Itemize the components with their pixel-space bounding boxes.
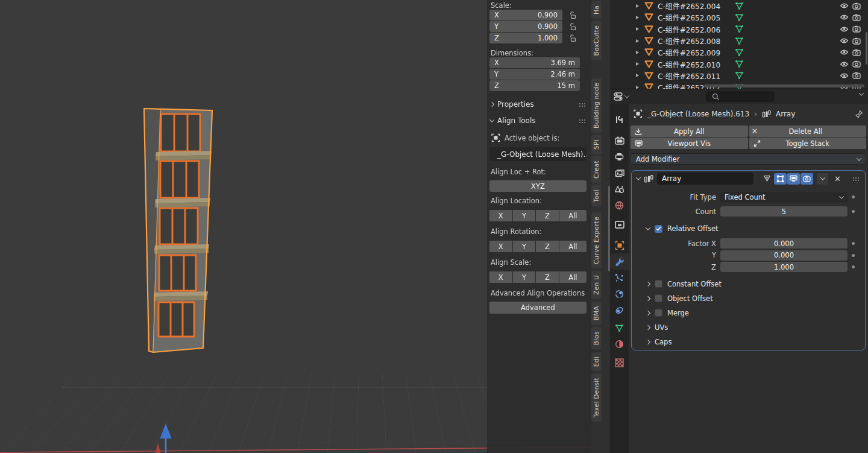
edit-mode-toggle-icon[interactable]: [774, 173, 787, 185]
world-tab-icon[interactable]: [610, 197, 629, 214]
align-axis-button[interactable]: Z: [536, 210, 559, 221]
collection-tab-icon[interactable]: [610, 217, 629, 233]
eye-icon[interactable]: [840, 2, 849, 9]
outliner-row[interactable]: C-组件#2652.011: [610, 70, 868, 81]
sidebar-tab[interactable]: Blos: [591, 327, 602, 349]
render-tab-icon[interactable]: [610, 132, 629, 148]
dimension-value-field[interactable]: Z 15 m: [489, 80, 580, 91]
grip-icon[interactable]: [579, 119, 587, 123]
breadcrumb-object-name[interactable]: _G-Object (Loose Mesh).613: [647, 110, 749, 118]
align-axis-button[interactable]: All: [559, 241, 587, 252]
scale-value-field[interactable]: Y 0.900: [489, 21, 562, 32]
align-axis-button[interactable]: Y: [513, 271, 536, 283]
material-tab-icon[interactable]: [610, 336, 629, 352]
eye-icon[interactable]: [840, 26, 849, 33]
collapsed-subpanel[interactable]: UVs: [632, 323, 865, 332]
editor-type-button[interactable]: [610, 89, 632, 104]
texture-tab-icon[interactable]: [610, 355, 629, 371]
array-modifier-header[interactable]: Array: [632, 171, 865, 186]
camera-icon[interactable]: [852, 49, 861, 56]
lock-open-icon[interactable]: [562, 11, 583, 19]
relative-offset-checkbox[interactable]: [655, 225, 662, 233]
eye-icon[interactable]: [840, 37, 849, 44]
align-axis-button[interactable]: X: [489, 210, 512, 221]
camera-icon[interactable]: [852, 37, 861, 45]
expand-arrow-icon[interactable]: [636, 86, 639, 89]
properties-search-input[interactable]: [706, 91, 775, 102]
delete-modifier-button[interactable]: ✕: [832, 174, 843, 183]
sidebar-tab[interactable]: BoxCutte: [591, 21, 602, 60]
expand-arrow-icon[interactable]: [636, 51, 639, 54]
sidebar-tab[interactable]: SPI: [591, 135, 602, 154]
render-visibility-toggle-icon[interactable]: [800, 173, 813, 185]
sidebar-tab[interactable]: BMA: [591, 302, 602, 325]
delete-all-button[interactable]: ✕ Delete All: [749, 125, 867, 137]
align-axis-button[interactable]: X: [489, 241, 512, 252]
on-cage-toggle-icon[interactable]: [761, 173, 773, 185]
outliner-row[interactable]: C-组件#2652.004: [610, 0, 868, 11]
header-menu-chevron-icon[interactable]: [859, 90, 864, 95]
viewport-visibility-toggle-icon[interactable]: [787, 173, 800, 185]
eye-icon[interactable]: [840, 61, 849, 68]
sidebar-tab[interactable]: Ha: [591, 1, 602, 19]
lock-open-icon[interactable]: [562, 23, 583, 31]
sidebar-tab[interactable]: Zen U: [591, 271, 602, 299]
outliner-horizontal-scrollbar[interactable]: [704, 84, 864, 87]
subpanel-checkbox[interactable]: [655, 280, 662, 288]
align-axis-button[interactable]: X: [489, 271, 512, 283]
animate-dot[interactable]: [852, 265, 855, 268]
factor-field[interactable]: 1.000: [720, 262, 848, 272]
outliner-vertical-scrollbar[interactable]: [866, 32, 867, 65]
pin-icon[interactable]: [855, 110, 863, 118]
modifier-extras-dropdown[interactable]: [817, 173, 828, 185]
align-xyz-button[interactable]: XYZ: [489, 180, 587, 192]
object-tab-icon[interactable]: [610, 237, 629, 253]
camera-icon[interactable]: [852, 2, 861, 10]
expand-arrow-icon[interactable]: [636, 4, 639, 8]
modifiers-tab-icon[interactable]: [610, 253, 629, 270]
camera-icon[interactable]: [852, 14, 861, 21]
eye-icon[interactable]: [840, 14, 849, 21]
align-axis-button[interactable]: All: [559, 271, 587, 283]
collapsed-subpanel[interactable]: Constant Offset: [632, 279, 865, 288]
count-field[interactable]: 5: [720, 206, 848, 217]
properties-panel-header[interactable]: Properties: [487, 100, 591, 109]
view-layer-tab-icon[interactable]: [610, 165, 629, 181]
dimension-value-field[interactable]: Y 2.46 m: [489, 69, 580, 80]
outliner-row[interactable]: C-组件#2652.009: [610, 46, 868, 58]
outliner-row[interactable]: C-组件#2652.008: [610, 35, 868, 46]
collapsed-subpanel[interactable]: Caps: [632, 337, 865, 346]
camera-icon[interactable]: [852, 72, 861, 79]
animate-dot[interactable]: [852, 254, 855, 257]
lock-open-icon[interactable]: [562, 34, 583, 42]
subpanel-checkbox[interactable]: [655, 294, 662, 302]
align-axis-button[interactable]: Y: [513, 241, 536, 252]
physics-tab-icon[interactable]: [610, 286, 629, 302]
expand-arrow-icon[interactable]: [636, 16, 639, 19]
camera-icon[interactable]: [852, 60, 861, 68]
output-tab-icon[interactable]: [610, 148, 629, 165]
viewport-vis-button[interactable]: Viewport Vis: [631, 138, 748, 149]
eye-icon[interactable]: [840, 49, 849, 55]
align-axis-button[interactable]: Y: [513, 210, 536, 221]
relative-offset-header[interactable]: Relative Offset: [632, 224, 865, 233]
sidebar-tab[interactable]: Edi: [591, 352, 602, 371]
animate-dot[interactable]: [852, 242, 855, 245]
grip-icon[interactable]: [852, 177, 860, 181]
breadcrumb-modifier-name[interactable]: Array: [776, 110, 795, 118]
dimension-value-field[interactable]: X 3.69 m: [489, 57, 580, 68]
sidebar-tab[interactable]: Creat: [591, 156, 602, 183]
expand-arrow-icon[interactable]: [636, 74, 639, 77]
align-tools-panel-header[interactable]: Align Tools: [487, 116, 591, 125]
sidebar-tab[interactable]: Tool: [591, 185, 602, 207]
eye-icon[interactable]: [840, 72, 849, 79]
expand-arrow-icon[interactable]: [636, 39, 639, 43]
subpanel-checkbox[interactable]: [655, 309, 662, 317]
factor-field[interactable]: 0.000: [720, 250, 848, 261]
collapsed-subpanel[interactable]: Object Offset: [632, 294, 865, 303]
expand-arrow-icon[interactable]: [636, 62, 639, 66]
fit-type-dropdown[interactable]: Fixed Count: [720, 192, 848, 202]
object-data-tab-icon[interactable]: [610, 320, 629, 336]
outliner-row[interactable]: C-组件#2652.006: [610, 24, 868, 35]
selected-building-object[interactable]: [144, 109, 212, 352]
